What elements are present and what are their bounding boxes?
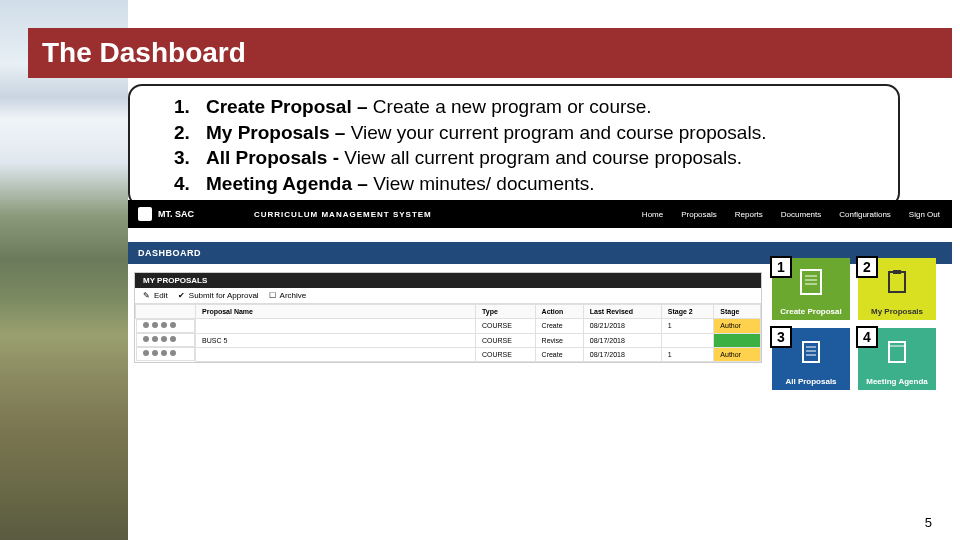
panel-title: MY PROPOSALS: [135, 273, 761, 288]
svg-rect-6: [803, 342, 819, 362]
nav-link-configurations[interactable]: Configurations: [839, 210, 891, 219]
col-stage: Stage: [714, 305, 761, 319]
table-row[interactable]: BUSC 5 COURSE Revise 08/17/2018: [136, 333, 761, 347]
list-icon: [797, 338, 825, 366]
nav-link-reports[interactable]: Reports: [735, 210, 763, 219]
row-action-icon[interactable]: [170, 336, 176, 342]
row-action-icon[interactable]: [143, 350, 149, 356]
col-stage2: Stage 2: [661, 305, 714, 319]
list-item: 3. All Proposals - View all current prog…: [174, 145, 880, 171]
logo-mark-icon: [138, 207, 152, 221]
row-action-icon[interactable]: [152, 322, 158, 328]
list-item: 1. Create Proposal – Create a new progra…: [174, 94, 880, 120]
list-item: 4. Meeting Agenda – View minutes/ docume…: [174, 171, 880, 197]
col-type: Type: [476, 305, 536, 319]
col-proposal-name: Proposal Name: [196, 305, 476, 319]
clipboard-icon: [883, 268, 911, 296]
svg-rect-10: [889, 342, 905, 362]
slide-title: The Dashboard: [42, 37, 246, 69]
panel-toolbar: ✎Edit ✔Submit for Approval ☐Archive: [135, 288, 761, 304]
slide-title-bar: The Dashboard: [28, 28, 952, 78]
row-action-icon[interactable]: [161, 336, 167, 342]
edit-button[interactable]: ✎Edit: [143, 291, 168, 300]
nav-link-home[interactable]: Home: [642, 210, 663, 219]
app-logo: MT. SAC: [128, 207, 194, 221]
archive-icon: ☐: [269, 292, 277, 300]
row-action-icon[interactable]: [170, 350, 176, 356]
list-item: 2. My Proposals – View your current prog…: [174, 120, 880, 146]
callout-1: 1: [770, 256, 792, 278]
row-action-icon[interactable]: [152, 336, 158, 342]
dashboard-tiles: Create Proposal My Proposals All Proposa…: [772, 258, 942, 390]
my-proposals-panel: MY PROPOSALS ✎Edit ✔Submit for Approval …: [134, 272, 762, 363]
table-row[interactable]: COURSE Create 08/21/2018 1 Author: [136, 319, 761, 334]
svg-rect-5: [893, 270, 901, 274]
col-last-revised: Last Revised: [583, 305, 661, 319]
row-action-icon[interactable]: [161, 322, 167, 328]
row-action-icon[interactable]: [170, 322, 176, 328]
callout-4: 4: [856, 326, 878, 348]
feature-list: 1. Create Proposal – Create a new progra…: [128, 84, 900, 207]
nav-links: Home Proposals Reports Documents Configu…: [642, 210, 952, 219]
col-action: Action: [535, 305, 583, 319]
dashboard-screenshot: MT. SAC CURRICULUM MANAGEMENT SYSTEM Hom…: [128, 200, 952, 440]
row-action-icon[interactable]: [143, 322, 149, 328]
svg-rect-4: [889, 272, 905, 292]
nav-link-proposals[interactable]: Proposals: [681, 210, 717, 219]
row-action-icon[interactable]: [161, 350, 167, 356]
archive-button[interactable]: ☐Archive: [269, 291, 307, 300]
callout-2: 2: [856, 256, 878, 278]
svg-rect-0: [801, 270, 821, 294]
page-number: 5: [925, 515, 932, 530]
decorative-photo-strip: [0, 0, 128, 540]
nav-link-signout[interactable]: Sign Out: [909, 210, 940, 219]
table-row[interactable]: COURSE Create 08/17/2018 1 Author: [136, 347, 761, 361]
row-action-icon[interactable]: [152, 350, 158, 356]
nav-link-documents[interactable]: Documents: [781, 210, 821, 219]
row-action-icon[interactable]: [143, 336, 149, 342]
callout-3: 3: [770, 326, 792, 348]
app-system-name: CURRICULUM MANAGEMENT SYSTEM: [254, 210, 432, 219]
pencil-icon: ✎: [143, 292, 151, 300]
app-navbar: MT. SAC CURRICULUM MANAGEMENT SYSTEM Hom…: [128, 200, 952, 228]
notebook-icon: [883, 338, 911, 366]
document-plus-icon: [797, 268, 825, 296]
submit-button[interactable]: ✔Submit for Approval: [178, 291, 259, 300]
check-icon: ✔: [178, 292, 186, 300]
proposals-table: Proposal Name Type Action Last Revised S…: [135, 304, 761, 362]
